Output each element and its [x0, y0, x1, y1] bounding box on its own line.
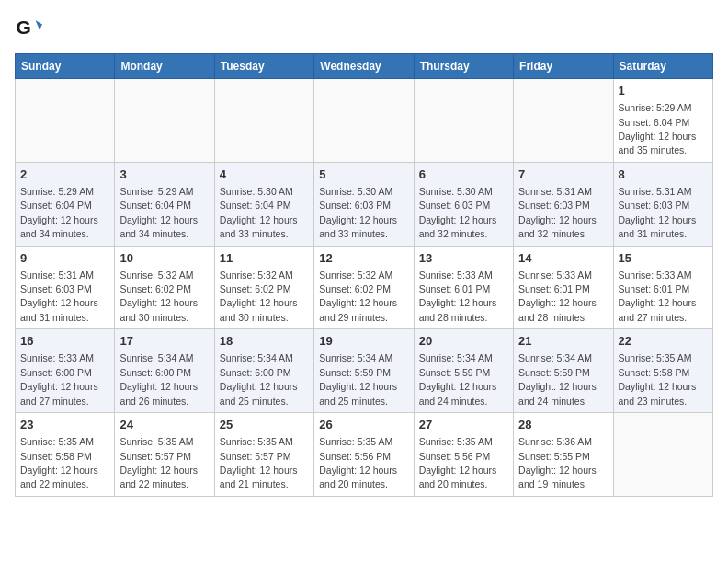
day-number: 12 [319, 250, 408, 267]
day-number: 25 [220, 417, 309, 433]
calendar-week-row: 23Sunrise: 5:35 AM Sunset: 5:58 PM Dayli… [16, 413, 713, 497]
day-number: 28 [518, 417, 608, 433]
day-info: Sunrise: 5:31 AM Sunset: 6:03 PM Dayligh… [20, 270, 98, 323]
day-number: 10 [119, 250, 209, 267]
calendar-cell [613, 413, 712, 497]
calendar-week-row: 2Sunrise: 5:29 AM Sunset: 6:04 PM Daylig… [16, 162, 713, 246]
day-number: 3 [119, 167, 209, 183]
calendar-cell: 10Sunrise: 5:32 AM Sunset: 6:02 PM Dayli… [115, 246, 214, 329]
calendar-cell: 14Sunrise: 5:33 AM Sunset: 6:01 PM Dayli… [514, 246, 613, 329]
calendar-week-row: 16Sunrise: 5:33 AM Sunset: 6:00 PM Dayli… [16, 329, 713, 413]
svg-text:G: G [17, 17, 31, 38]
day-number: 6 [419, 167, 508, 183]
calendar-cell: 15Sunrise: 5:33 AM Sunset: 6:01 PM Dayli… [613, 246, 712, 329]
logo: G [15, 15, 44, 42]
day-info: Sunrise: 5:34 AM Sunset: 5:59 PM Dayligh… [518, 352, 597, 406]
day-number: 16 [20, 333, 109, 350]
day-number: 4 [220, 167, 309, 183]
day-info: Sunrise: 5:31 AM Sunset: 6:03 PM Dayligh… [619, 186, 697, 239]
day-number: 26 [319, 417, 408, 433]
day-info: Sunrise: 5:34 AM Sunset: 5:59 PM Dayligh… [319, 352, 397, 406]
weekday-header: Thursday [414, 54, 513, 79]
day-info: Sunrise: 5:34 AM Sunset: 6:00 PM Dayligh… [119, 352, 198, 406]
day-info: Sunrise: 5:29 AM Sunset: 6:04 PM Dayligh… [119, 186, 198, 239]
day-info: Sunrise: 5:35 AM Sunset: 5:56 PM Dayligh… [319, 436, 397, 489]
day-info: Sunrise: 5:30 AM Sunset: 6:04 PM Dayligh… [220, 186, 298, 239]
calendar-cell [16, 79, 115, 163]
calendar-cell: 7Sunrise: 5:31 AM Sunset: 6:03 PM Daylig… [514, 162, 613, 246]
calendar-cell [514, 79, 613, 163]
calendar-cell: 22Sunrise: 5:35 AM Sunset: 5:58 PM Dayli… [613, 329, 712, 413]
calendar-cell: 2Sunrise: 5:29 AM Sunset: 6:04 PM Daylig… [16, 162, 115, 246]
day-info: Sunrise: 5:29 AM Sunset: 6:04 PM Dayligh… [619, 102, 697, 155]
calendar-table: SundayMondayTuesdayWednesdayThursdayFrid… [15, 53, 713, 497]
day-info: Sunrise: 5:32 AM Sunset: 6:02 PM Dayligh… [220, 270, 298, 323]
day-info: Sunrise: 5:35 AM Sunset: 5:57 PM Dayligh… [119, 436, 198, 489]
day-number: 19 [319, 333, 408, 350]
day-number: 7 [518, 167, 608, 183]
calendar-cell: 3Sunrise: 5:29 AM Sunset: 6:04 PM Daylig… [115, 162, 214, 246]
page-header: G [15, 15, 713, 42]
weekday-header: Wednesday [314, 54, 414, 79]
day-info: Sunrise: 5:33 AM Sunset: 6:00 PM Dayligh… [20, 352, 98, 406]
calendar-cell: 8Sunrise: 5:31 AM Sunset: 6:03 PM Daylig… [613, 162, 712, 246]
day-number: 2 [20, 167, 109, 183]
weekday-header: Saturday [613, 54, 712, 79]
day-number: 11 [220, 250, 309, 267]
day-info: Sunrise: 5:32 AM Sunset: 6:02 PM Dayligh… [319, 270, 397, 323]
day-info: Sunrise: 5:30 AM Sunset: 6:03 PM Dayligh… [319, 186, 397, 239]
day-info: Sunrise: 5:29 AM Sunset: 6:04 PM Dayligh… [20, 186, 98, 239]
day-info: Sunrise: 5:35 AM Sunset: 5:57 PM Dayligh… [220, 436, 298, 489]
day-info: Sunrise: 5:33 AM Sunset: 6:01 PM Dayligh… [518, 270, 597, 323]
day-number: 21 [518, 333, 608, 350]
day-info: Sunrise: 5:33 AM Sunset: 6:01 PM Dayligh… [419, 270, 497, 323]
calendar-cell [115, 79, 214, 163]
day-number: 9 [20, 250, 109, 267]
logo-icon: G [15, 15, 42, 42]
calendar-cell: 25Sunrise: 5:35 AM Sunset: 5:57 PM Dayli… [214, 413, 313, 497]
calendar-cell: 9Sunrise: 5:31 AM Sunset: 6:03 PM Daylig… [16, 246, 115, 329]
day-number: 22 [619, 333, 708, 350]
day-number: 27 [419, 417, 508, 433]
day-info: Sunrise: 5:34 AM Sunset: 6:00 PM Dayligh… [220, 352, 298, 406]
day-number: 23 [20, 417, 109, 433]
calendar-cell: 11Sunrise: 5:32 AM Sunset: 6:02 PM Dayli… [214, 246, 313, 329]
calendar-cell: 13Sunrise: 5:33 AM Sunset: 6:01 PM Dayli… [414, 246, 513, 329]
day-number: 17 [119, 333, 209, 350]
day-info: Sunrise: 5:30 AM Sunset: 6:03 PM Dayligh… [419, 186, 497, 239]
day-info: Sunrise: 5:31 AM Sunset: 6:03 PM Dayligh… [518, 186, 597, 239]
calendar-cell: 6Sunrise: 5:30 AM Sunset: 6:03 PM Daylig… [414, 162, 513, 246]
calendar-cell: 27Sunrise: 5:35 AM Sunset: 5:56 PM Dayli… [414, 413, 513, 497]
calendar-cell [214, 79, 313, 163]
day-info: Sunrise: 5:34 AM Sunset: 5:59 PM Dayligh… [419, 352, 497, 406]
day-info: Sunrise: 5:32 AM Sunset: 6:02 PM Dayligh… [119, 270, 198, 323]
weekday-header: Monday [115, 54, 214, 79]
day-number: 18 [220, 333, 309, 350]
calendar-cell [314, 79, 414, 163]
calendar-cell: 16Sunrise: 5:33 AM Sunset: 6:00 PM Dayli… [16, 329, 115, 413]
calendar-cell: 28Sunrise: 5:36 AM Sunset: 5:55 PM Dayli… [514, 413, 613, 497]
day-number: 1 [619, 83, 708, 99]
calendar-cell: 21Sunrise: 5:34 AM Sunset: 5:59 PM Dayli… [514, 329, 613, 413]
calendar-cell: 18Sunrise: 5:34 AM Sunset: 6:00 PM Dayli… [214, 329, 313, 413]
day-number: 20 [419, 333, 508, 350]
calendar-cell: 19Sunrise: 5:34 AM Sunset: 5:59 PM Dayli… [314, 329, 414, 413]
day-number: 13 [419, 250, 508, 267]
weekday-header: Sunday [16, 54, 115, 79]
day-number: 15 [619, 250, 708, 267]
calendar-cell: 1Sunrise: 5:29 AM Sunset: 6:04 PM Daylig… [613, 79, 712, 163]
calendar-cell: 5Sunrise: 5:30 AM Sunset: 6:03 PM Daylig… [314, 162, 414, 246]
calendar-cell: 17Sunrise: 5:34 AM Sunset: 6:00 PM Dayli… [115, 329, 214, 413]
calendar-cell: 23Sunrise: 5:35 AM Sunset: 5:58 PM Dayli… [16, 413, 115, 497]
day-info: Sunrise: 5:33 AM Sunset: 6:01 PM Dayligh… [619, 270, 697, 323]
day-info: Sunrise: 5:35 AM Sunset: 5:58 PM Dayligh… [20, 436, 98, 489]
calendar-cell: 4Sunrise: 5:30 AM Sunset: 6:04 PM Daylig… [214, 162, 313, 246]
calendar-cell: 26Sunrise: 5:35 AM Sunset: 5:56 PM Dayli… [314, 413, 414, 497]
calendar-cell: 20Sunrise: 5:34 AM Sunset: 5:59 PM Dayli… [414, 329, 513, 413]
weekday-header-row: SundayMondayTuesdayWednesdayThursdayFrid… [16, 54, 713, 79]
calendar-cell: 24Sunrise: 5:35 AM Sunset: 5:57 PM Dayli… [115, 413, 214, 497]
calendar-cell [414, 79, 513, 163]
day-info: Sunrise: 5:35 AM Sunset: 5:56 PM Dayligh… [419, 436, 497, 489]
day-number: 14 [518, 250, 608, 267]
day-number: 5 [319, 167, 408, 183]
